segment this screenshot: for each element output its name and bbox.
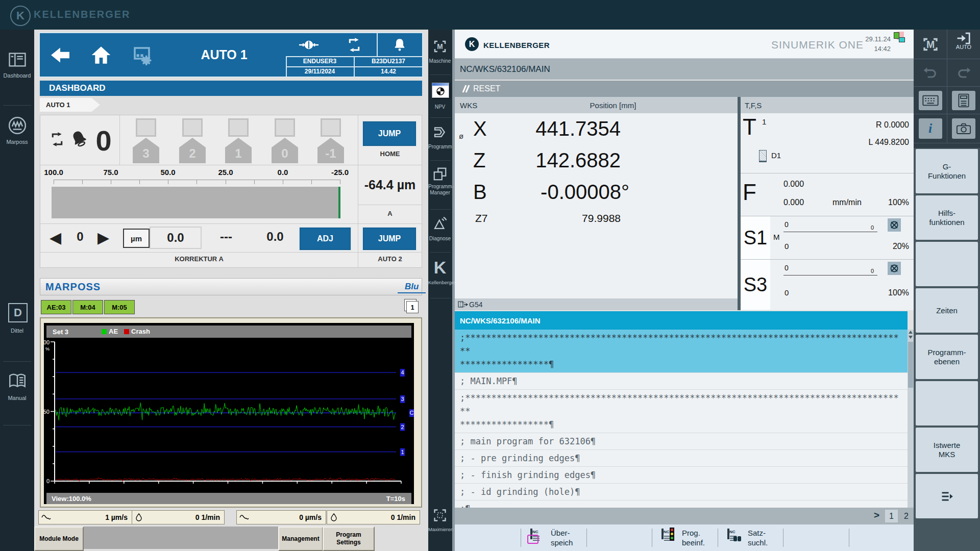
calculator-button[interactable] <box>947 87 980 114</box>
softkey-empty-3[interactable] <box>916 242 978 286</box>
adj-button[interactable]: ADJ <box>300 228 351 250</box>
scroll-up-icon[interactable] <box>909 331 913 334</box>
code-line[interactable]: ;¶ <box>455 500 908 508</box>
spindle3-section: S3 0 0 0 100% <box>741 260 914 310</box>
divider <box>430 74 451 75</box>
manual-icon <box>7 371 28 390</box>
code-line[interactable]: ; main program for 632106¶ <box>455 433 908 450</box>
keyboard-button[interactable] <box>914 87 947 114</box>
step-up-button[interactable]: ▶ <box>97 229 109 247</box>
s3-slider <box>783 275 877 276</box>
step-value: 0 <box>70 230 90 244</box>
legend-label-crash: Crash <box>131 328 150 335</box>
wheel-status-button[interactable] <box>286 33 332 57</box>
undo-button[interactable] <box>914 59 947 86</box>
correction-input[interactable]: 0.0 <box>150 227 202 249</box>
cycle-status-button[interactable] <box>331 33 378 57</box>
auto-mode-button[interactable]: AUTO <box>947 30 980 59</box>
softkey-hilfsfunktionen[interactable]: Hilfs-funktionen <box>916 195 978 240</box>
scroll-thumb[interactable] <box>908 342 913 388</box>
home-button[interactable] <box>81 33 122 77</box>
s1-mode: M <box>773 233 780 241</box>
sidebar-item-dittel[interactable]: D Dittel <box>0 299 34 360</box>
home-slot-icon <box>275 118 295 137</box>
softkey-empty-6[interactable] <box>916 381 978 425</box>
wks-header: WKS Position [mm] <box>455 97 738 113</box>
right-rail: M AUTO i G-Funktionen <box>914 30 980 551</box>
pager-page-2[interactable]: 2 <box>900 510 913 522</box>
nav-item-kellenberger[interactable]: K Kellenberger <box>428 257 452 296</box>
home-tag-2[interactable]: 2 <box>179 138 206 163</box>
home-tag-0[interactable]: 0 <box>272 138 298 163</box>
unit-box[interactable]: µm <box>123 229 150 248</box>
softkey-menu-more[interactable] <box>916 474 978 518</box>
tab-auto1[interactable]: AUTO 1 <box>40 98 100 112</box>
tab-m05[interactable]: M:05 <box>104 300 135 314</box>
softkey-programmebenen[interactable]: Programm-ebenen <box>916 335 978 379</box>
home-tag-1[interactable]: 1 <box>225 138 252 163</box>
measurement-axis: A <box>358 210 422 217</box>
softkey-g-funktionen[interactable]: G-Funktionen <box>916 149 978 193</box>
redo-button[interactable] <box>947 59 980 86</box>
network-status-icon <box>894 32 905 44</box>
info-button[interactable]: i <box>914 114 947 143</box>
program-scrollbar[interactable] <box>908 330 914 508</box>
sensor-rotation-2: 0 1/min <box>327 510 420 524</box>
divider <box>430 117 451 118</box>
code-line-selected[interactable]: ;***************************************… <box>455 330 908 373</box>
jump-button-top[interactable]: JUMP <box>363 121 416 146</box>
management-button[interactable]: Management <box>278 527 323 551</box>
softkey-ueberspeichern[interactable]: NC Über-speich <box>521 524 586 551</box>
sidebar-item-manual[interactable]: Manual <box>0 366 34 428</box>
machine-area-button[interactable]: M <box>914 30 947 59</box>
home-tag-3[interactable]: 3 <box>133 138 159 163</box>
code-line[interactable]: ; - finish grinding edges¶ <box>455 467 908 484</box>
nav-item-diagnose[interactable]: Diagnose <box>428 214 452 250</box>
step-down-button[interactable]: ◀ <box>50 229 61 247</box>
nav-item-programm[interactable]: Programm <box>428 122 452 158</box>
pager-page-1[interactable]: 1 <box>885 510 898 522</box>
softkey-zeiten[interactable]: Zeiten <box>916 288 978 333</box>
module-mode-button[interactable]: Module Mode <box>34 527 84 551</box>
nav-item-npv[interactable]: NPV <box>428 80 452 116</box>
chart-view-label: View:100.0% <box>52 495 91 503</box>
scroll-down-icon[interactable] <box>909 336 913 339</box>
svg-text:50: 50 <box>44 409 50 415</box>
code-line[interactable]: ; - pre grinding edges¶ <box>455 450 908 467</box>
scale-tick-label: -25.0 <box>331 168 349 177</box>
page-title: DASHBOARD <box>49 83 106 93</box>
alarm-status-button[interactable] <box>377 33 422 57</box>
page-indicator[interactable]: 1 <box>404 299 419 313</box>
sidebar-item-marposs[interactable]: Marposs <box>0 110 34 171</box>
sidebar-item-dashboard[interactable]: Dashboard <box>0 45 34 106</box>
svg-text:3: 3 <box>401 396 404 402</box>
program-settings-button[interactable]: Program Settings <box>323 527 375 551</box>
reset-icon <box>460 84 470 93</box>
tool-section: T 1 R 0.0000 L 449.8200 D1 <box>741 113 914 173</box>
camera-button[interactable] <box>947 114 980 143</box>
code-line[interactable]: ; MAIN.MPF¶ <box>455 373 908 390</box>
machine-settings-button[interactable] <box>121 33 163 77</box>
scale-tick-label: 25.0 <box>218 168 233 177</box>
right-rail-icons: M AUTO i <box>914 30 980 148</box>
softkey-bar-bottom: NC Über-speich NC Prog.beeinf. NC Satz-s <box>455 524 980 551</box>
recycle-icon <box>347 37 362 53</box>
tab-ae03[interactable]: AE:03 <box>41 300 71 314</box>
softkey-satzsuchlauf[interactable]: NC Satz-suchl. <box>718 524 783 551</box>
nav-item-programm-manager[interactable]: Programm-Manager <box>428 165 452 208</box>
tab-m04[interactable]: M:04 <box>72 300 103 314</box>
trafficlight-accent <box>670 528 674 541</box>
home-tag-minus1[interactable]: -1 <box>317 138 344 163</box>
back-button[interactable] <box>40 33 82 77</box>
code-line[interactable]: ;***************************************… <box>455 390 908 433</box>
nav-item-maximieren[interactable]: Maximieren <box>428 505 452 541</box>
sin-date: 29.11.24 <box>857 35 891 43</box>
softkey-istwerte-mks[interactable]: IstwerteMKS <box>916 428 978 472</box>
pager-arrow[interactable]: > <box>874 510 879 521</box>
softkey-prog-beeinf[interactable]: NC Prog.beeinf. <box>652 524 718 551</box>
maximieren-icon <box>433 508 447 522</box>
user-label: ENDUSER3 <box>303 58 336 65</box>
code-line[interactable]: ; - id grinding (hole)¶ <box>455 484 908 500</box>
nav-item-maschine[interactable]: M Maschine <box>428 37 452 72</box>
jump-button-bottom[interactable]: JUMP <box>363 228 416 250</box>
